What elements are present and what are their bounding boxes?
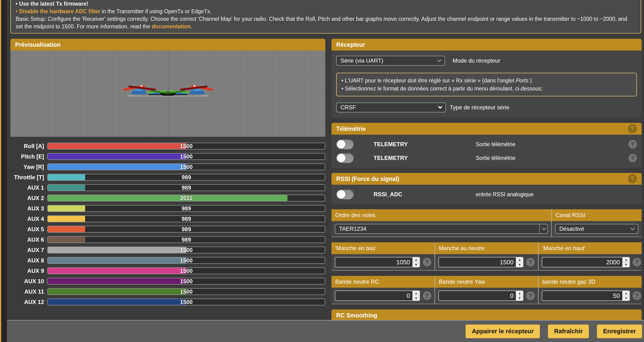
channel-row: AUX 9 1500: [10, 267, 325, 274]
stepper-up-icon[interactable]: ▲: [413, 257, 420, 262]
stepper[interactable]: ▲▼: [516, 257, 523, 267]
rssi-title: RSSI (Force du signal): [336, 175, 399, 182]
channel-value: 989: [48, 205, 325, 211]
stick-center-header: Manche au neutre: [435, 242, 538, 254]
stepper[interactable]: ▲▼: [516, 291, 523, 301]
channel-label: AUX 10: [10, 278, 44, 285]
pair-receiver-button[interactable]: Appairer le récepteur: [466, 325, 540, 338]
help-icon[interactable]: ?: [633, 258, 641, 266]
feature-desc: Sortie télémétrie: [476, 155, 628, 161]
help-icon[interactable]: ?: [423, 258, 431, 266]
stick-center-input[interactable]: [438, 257, 516, 267]
telemetry-toggle[interactable]: [336, 153, 354, 163]
help-icon[interactable]: ?: [633, 292, 641, 300]
channel-bar: 1500: [47, 257, 325, 264]
stepper-down-icon[interactable]: ▼: [413, 262, 420, 267]
channel-value: 1500: [48, 247, 325, 253]
channel-bar: 989: [47, 174, 325, 181]
rc-smoothing-header: RC Smoothing: [332, 309, 642, 320]
channel-bar: 2011: [47, 195, 325, 201]
stepper-down-icon[interactable]: ▼: [623, 262, 629, 267]
stepper[interactable]: ▲▼: [413, 257, 420, 267]
serial-provider-select[interactable]: CRSF: [336, 103, 446, 112]
channel-bar: 1500: [47, 299, 325, 305]
deadband-rc-input[interactable]: [335, 291, 413, 301]
telemetry-toggle[interactable]: [336, 139, 354, 149]
channel-label: Roll [A]: [10, 143, 44, 150]
channel-map-header: Ordre des voies: [332, 209, 551, 221]
refresh-button[interactable]: Rafraîchir: [548, 325, 589, 338]
rssi-channel-value: Désactivé: [559, 226, 631, 232]
channel-bar: 1500: [47, 153, 325, 160]
help-icon[interactable]: ?: [526, 292, 535, 300]
help-icon[interactable]: ?: [628, 124, 637, 133]
rssi-channel-header: Canal RSSI: [552, 209, 642, 221]
channel-value: 1500: [48, 278, 325, 284]
channel-map-group: Ordre des voies TAER1234 Canal RSSI Désa…: [332, 209, 642, 237]
channel-bar: 1500: [47, 267, 325, 274]
channel-value: 1500: [48, 143, 325, 149]
channel-map-value: TAER1234: [339, 226, 537, 232]
adc-filter-link[interactable]: • Disable the hardware ADC filter: [16, 8, 100, 14]
channel-label: AUX 6: [10, 236, 44, 243]
stick-high-input[interactable]: [542, 257, 623, 267]
help-icon[interactable]: ?: [526, 258, 535, 266]
channel-label: AUX 7: [10, 247, 44, 253]
rc-smoothing-section: RC Smoothing: [332, 309, 642, 320]
rssi-adc-toggle[interactable]: [336, 189, 354, 199]
stepper-down-icon[interactable]: ▼: [516, 296, 523, 301]
stepper[interactable]: ▲▼: [413, 291, 420, 301]
stick-high-header: 'Manche en haut': [538, 242, 642, 254]
documentation-link[interactable]: documentation: [152, 23, 191, 29]
save-button[interactable]: Enregistrer: [597, 325, 642, 338]
sidebar-edge: [1, 0, 7, 342]
stepper[interactable]: ▲▼: [623, 291, 630, 301]
footer-toolbar: Appairer le récepteur Rafraîchir Enregis…: [0, 320, 644, 342]
channel-row: AUX 7 1500: [10, 247, 325, 253]
stepper-up-icon[interactable]: ▲: [623, 257, 629, 262]
channel-value: 1500: [48, 257, 325, 263]
stepper-down-icon[interactable]: ▼: [623, 296, 629, 301]
channel-bar: 989: [47, 205, 325, 212]
deadband-group: Bande neutre RC ▲▼ ? Bande neutre Yaw: [332, 276, 642, 304]
stepper-down-icon[interactable]: ▼: [516, 262, 523, 267]
help-icon[interactable]: ?: [628, 174, 637, 183]
feature-name: TELEMETRY: [374, 155, 476, 161]
channel-label: AUX 12: [10, 299, 44, 305]
receiver-mode-select[interactable]: Série (via UART): [336, 56, 445, 66]
channel-row: AUX 5 989: [10, 226, 325, 233]
channel-row: AUX 4 989: [10, 215, 325, 222]
deadband-yaw-input[interactable]: [438, 291, 516, 301]
channel-label: AUX 3: [10, 205, 44, 212]
rssi-channel-select[interactable]: Désactivé: [555, 224, 638, 234]
stepper-up-icon[interactable]: ▲: [623, 291, 629, 296]
channel-value: 1500: [48, 268, 325, 274]
stepper-up-icon[interactable]: ▲: [516, 291, 523, 296]
toggle-knob: [337, 154, 346, 162]
help-icon[interactable]: ?: [423, 292, 431, 300]
toggle-knob: [337, 190, 346, 199]
stick-low-header: 'Manche en bas': [332, 242, 434, 254]
stepper-down-icon[interactable]: ▼: [413, 296, 420, 301]
channel-map-select[interactable]: TAER1234: [335, 224, 548, 234]
note-line-3: Basic Setup: Configure the 'Receiver' se…: [16, 15, 636, 30]
help-icon[interactable]: ?: [628, 140, 637, 149]
feature-desc: Sortie télémétrie: [476, 141, 628, 148]
stick-low-input[interactable]: [335, 257, 413, 267]
stepper[interactable]: ▲▼: [623, 257, 630, 267]
channel-bar: 1500: [47, 247, 325, 253]
channel-label: AUX 5: [10, 226, 44, 233]
channel-row: AUX 12 1500: [10, 299, 325, 305]
receiver-title: Récepteur: [336, 41, 365, 48]
channel-label: AUX 9: [10, 268, 44, 274]
ports-tab-ref: Ports: [516, 77, 528, 84]
stepper-up-icon[interactable]: ▲: [413, 291, 420, 296]
help-icon[interactable]: ?: [628, 154, 637, 162]
select-divider: [539, 224, 540, 233]
stepper-up-icon[interactable]: ▲: [516, 257, 523, 262]
channel-label: AUX 4: [10, 216, 44, 222]
deadband-rc-header: Bande neutre RC: [332, 276, 434, 288]
preview-title: Prévisualisation: [15, 41, 60, 48]
deadband-3d-input[interactable]: [542, 291, 623, 301]
receiver-tab-content: • Use the latest Tx firmware! • Disable …: [7, 0, 644, 320]
